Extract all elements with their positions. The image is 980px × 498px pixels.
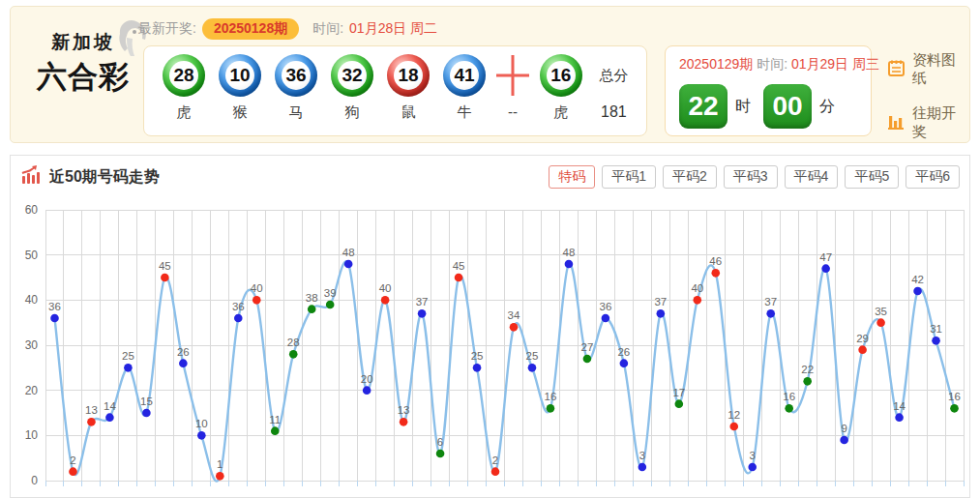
- ball-circle: 16: [540, 54, 582, 97]
- svg-text:10: 10: [25, 428, 39, 442]
- quick-link-label: 资料图纸: [912, 51, 969, 88]
- tab-平码6[interactable]: 平码6: [906, 165, 960, 189]
- logo-text-lottery: 六合彩: [26, 57, 140, 98]
- svg-text:11: 11: [269, 414, 281, 425]
- ball-number: 36: [282, 61, 311, 90]
- svg-text:2: 2: [492, 454, 498, 466]
- tab-平码5[interactable]: 平码5: [845, 165, 899, 189]
- ball-number: 32: [338, 61, 367, 90]
- svg-text:38: 38: [306, 292, 318, 304]
- next-draw-time-label: 时间:: [757, 56, 787, 72]
- svg-text:37: 37: [416, 296, 429, 308]
- chart-body: 0102030405060362131425154526101364011283…: [11, 196, 969, 494]
- svg-text:25: 25: [122, 350, 134, 362]
- ball-zodiac: 虎: [553, 103, 568, 122]
- svg-text:39: 39: [324, 287, 337, 299]
- svg-text:14: 14: [893, 400, 906, 412]
- next-draw-period: 20250129期: [679, 56, 753, 72]
- next-draw-time-value: 01月29日 周三: [791, 56, 879, 72]
- ball-number: 18: [394, 61, 423, 90]
- svg-text:25: 25: [471, 350, 484, 362]
- next-draw-info: 20250129期 时间: 01月29日 周三: [679, 56, 859, 73]
- site-logo: 新加坡 六合彩: [26, 30, 140, 98]
- chart-header: 近50期号码走势 特码平码1平码2平码3平码4平码5平码6: [11, 156, 969, 194]
- svg-text:6: 6: [437, 436, 443, 448]
- quick-link-bar-chart[interactable]: 往期开奖: [887, 104, 969, 141]
- svg-text:9: 9: [841, 423, 846, 434]
- svg-text:37: 37: [764, 296, 777, 308]
- svg-text:1: 1: [217, 458, 223, 470]
- svg-text:13: 13: [398, 404, 410, 416]
- svg-text:36: 36: [232, 301, 245, 312]
- trend-chart-panel: 近50期号码走势 特码平码1平码2平码3平码4平码5平码6 0102030405…: [10, 155, 970, 498]
- plus-separator: --: [492, 54, 533, 120]
- chart-tabs: 特码平码1平码2平码3平码4平码5平码6: [549, 165, 960, 189]
- svg-text:36: 36: [48, 301, 61, 312]
- svg-text:14: 14: [104, 400, 116, 412]
- svg-text:40: 40: [691, 282, 703, 294]
- tab-平码1[interactable]: 平码1: [602, 165, 656, 189]
- tab-特码[interactable]: 特码: [549, 165, 595, 189]
- notebook-icon: [887, 59, 906, 81]
- svg-text:36: 36: [599, 301, 611, 312]
- svg-text:40: 40: [251, 282, 263, 294]
- ball-circle: 10: [219, 54, 261, 97]
- bar-chart-icon: [887, 112, 906, 134]
- svg-text:48: 48: [563, 247, 576, 258]
- lottery-ball: 28虎: [156, 54, 212, 122]
- quick-link-notebook[interactable]: 资料图纸: [887, 51, 969, 88]
- svg-text:29: 29: [856, 333, 869, 344]
- lottery-ball: 10猴: [212, 54, 268, 122]
- latest-draw-row: 最新开奖: 20250128期 时间: 01月28日 周二: [138, 18, 437, 40]
- svg-text:31: 31: [930, 323, 942, 335]
- quick-link-label: 往期开奖: [912, 104, 969, 141]
- lottery-ball: 36马: [268, 54, 324, 122]
- svg-text:42: 42: [911, 274, 924, 285]
- plus-icon: [493, 54, 532, 97]
- tab-平码2[interactable]: 平码2: [663, 165, 717, 189]
- special-ball: 16虎: [533, 54, 589, 122]
- svg-text:35: 35: [875, 306, 887, 317]
- ball-zodiac: 猴: [233, 103, 248, 122]
- ball-zodiac: 鼠: [401, 103, 416, 122]
- ball-zodiac: 狗: [345, 103, 360, 122]
- countdown-minutes: 00: [763, 84, 812, 129]
- svg-text:27: 27: [581, 341, 594, 353]
- svg-text:30: 30: [25, 338, 39, 352]
- svg-text:46: 46: [709, 255, 722, 267]
- ball-zodiac: 牛: [458, 103, 472, 122]
- svg-text:16: 16: [948, 391, 961, 402]
- latest-draw-label: 最新开奖:: [138, 20, 196, 38]
- svg-text:25: 25: [526, 350, 539, 362]
- svg-text:20: 20: [361, 373, 373, 385]
- tab-平码4[interactable]: 平码4: [785, 165, 839, 189]
- ball-circle: 28: [163, 54, 205, 97]
- main-balls: 28虎10猴36马32狗18鼠41牛: [156, 54, 492, 122]
- svg-text:28: 28: [287, 337, 300, 348]
- svg-text:34: 34: [508, 309, 520, 321]
- tab-平码3[interactable]: 平码3: [724, 165, 778, 189]
- countdown-minute-unit: 分: [819, 97, 835, 117]
- svg-text:20: 20: [25, 384, 39, 397]
- ball-number: 16: [547, 61, 576, 90]
- next-draw-box: 20250129期 时间: 01月29日 周三 22 时 00 分: [665, 45, 872, 136]
- ball-circle: 36: [275, 54, 317, 97]
- ball-circle: 18: [387, 54, 430, 97]
- svg-text:3: 3: [750, 450, 756, 461]
- latest-time-value: 01月28日 周二: [349, 20, 437, 38]
- svg-text:13: 13: [85, 404, 98, 416]
- svg-text:0: 0: [31, 474, 38, 487]
- ball-number: 41: [450, 61, 479, 90]
- svg-text:22: 22: [801, 364, 814, 375]
- lottery-ball: 16虎: [533, 54, 589, 122]
- svg-text:50: 50: [25, 249, 39, 262]
- countdown-hours: 22: [679, 84, 728, 129]
- chart-title: 近50期号码走势: [49, 167, 160, 188]
- trend-line-chart: 0102030405060362131425154526101364011283…: [11, 196, 969, 490]
- ball-number: 28: [169, 61, 198, 90]
- latest-period-badge: 20250128期: [202, 18, 299, 40]
- ball-circle: 32: [331, 54, 373, 97]
- total-score-value: 181: [601, 103, 627, 121]
- ball-zodiac: 马: [289, 103, 304, 122]
- trend-chart-icon: [20, 164, 42, 190]
